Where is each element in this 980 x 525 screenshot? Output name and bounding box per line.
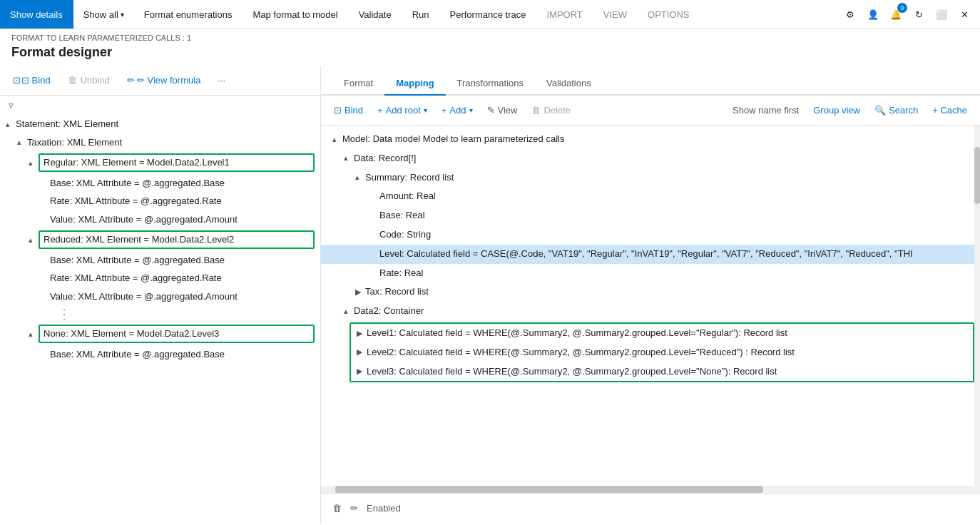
rt-add-button[interactable]: + Add ▾	[437, 103, 477, 118]
rtree-data[interactable]: ▴ Data: Record[!]	[321, 149, 980, 168]
rtree-rate[interactable]: Rate: Real	[321, 264, 980, 283]
nav-run[interactable]: Run	[402, 0, 440, 29]
bottom-edit-button[interactable]: ✏	[350, 503, 358, 514]
rtree-tax[interactable]: ▶ Tax: Record list	[321, 282, 980, 302]
nav-performance-trace[interactable]: Performance trace	[440, 0, 537, 29]
chevron-down-icon: ▾	[469, 106, 473, 114]
eye-icon: ✎	[487, 105, 495, 116]
tree-item-reduced-value[interactable]: Value: XML Attribute = @.aggregated.Amou…	[0, 287, 320, 306]
rt-group-view-button[interactable]: Group view	[809, 103, 864, 118]
unbind-button[interactable]: 🗑 Unbind	[63, 73, 114, 88]
refresh-icon[interactable]: ↻	[909, 4, 929, 24]
collapse-arrow-icon: ▴	[344, 152, 354, 165]
rtree-level[interactable]: Level: Calculated field = CASE(@.Code, "…	[321, 245, 980, 264]
plus-icon: +	[377, 105, 383, 116]
tree-item-none[interactable]: ▴ None: XML Element = Model.Data2.Level3	[0, 322, 320, 345]
rtree-summary[interactable]: ▴ Summary: Record list	[321, 168, 980, 188]
nav-validate[interactable]: Validate	[349, 0, 402, 29]
pencil-icon: ✏	[350, 503, 358, 514]
close-icon[interactable]: ✕	[954, 4, 974, 24]
rt-add-root-button[interactable]: + Add root ▾	[373, 103, 432, 118]
collapse-arrow-icon: ▴	[344, 305, 354, 318]
tree-item-regular-rate[interactable]: Rate: XML Attribute = @.aggregated.Rate	[0, 192, 320, 210]
tree-item-regular[interactable]: ▴ Regular: XML Element = Model.Data2.Lev…	[0, 151, 320, 174]
rt-bind-button[interactable]: ⊡ Bind	[330, 103, 367, 118]
scrollbar-thumb[interactable]	[974, 147, 980, 204]
expand-arrow-icon: ▶	[357, 327, 367, 340]
nav-options[interactable]: OPTIONS	[638, 0, 700, 29]
nav-show-details[interactable]: Show details	[0, 0, 73, 29]
trash-icon: 🗑	[332, 503, 342, 514]
rt-search-button[interactable]: 🔍 Search	[870, 103, 922, 118]
expand-arrow-icon: ▶	[357, 365, 367, 378]
bind-icon: ⊡	[13, 75, 21, 86]
nav-map-format-to-model[interactable]: Map format to model	[243, 0, 348, 29]
trash-icon: 🗑	[531, 105, 541, 116]
right-toolbar: ⊡ Bind + Add root ▾ + Add ▾ ✎ View 🗑 Del…	[321, 96, 980, 126]
tree-item-reduced[interactable]: ▴ Reduced: XML Element = Model.Data2.Lev…	[0, 228, 320, 251]
collapse-arrow-icon: ▴	[6, 118, 16, 131]
horizontal-scrollbar[interactable]	[321, 486, 980, 493]
user-icon[interactable]: 👤	[863, 4, 883, 24]
collapse-arrow-icon: ▴	[29, 328, 39, 340]
tree-item-reduced-rate[interactable]: Rate: XML Attribute = @.aggregated.Rate	[0, 269, 320, 287]
search-icon: 🔍	[874, 105, 886, 116]
left-panel: ⊡ ⊡ Bind 🗑 Unbind ✏ ✏ View formula ··· ▿	[0, 66, 321, 523]
rt-view-button[interactable]: ✎ View	[483, 103, 522, 118]
nav-view[interactable]: VIEW	[593, 0, 638, 29]
restore-icon[interactable]: ⬜	[931, 4, 951, 24]
bottom-bar: 🗑 ✏ Enabled	[321, 493, 980, 523]
nav-format-enumerations[interactable]: Format enumerations	[134, 0, 243, 29]
rt-show-name-first-button[interactable]: Show name first	[728, 103, 803, 118]
rtree-base[interactable]: Base: Real	[321, 206, 980, 225]
tab-mapping[interactable]: Mapping	[384, 72, 445, 96]
left-toolbar: ⊡ ⊡ Bind 🗑 Unbind ✏ ✏ View formula ···	[0, 66, 320, 96]
more-button[interactable]: ···	[213, 73, 230, 88]
tree-item-regular-base[interactable]: Base: XML Attribute = @.aggregated.Base	[0, 174, 320, 193]
collapse-arrow-icon: ▴	[29, 234, 39, 246]
notifications-icon[interactable]: 🔔 0	[886, 4, 906, 24]
rt-delete-button[interactable]: 🗑 Delete	[527, 103, 575, 118]
tabs-bar: Format Mapping Transformations Validatio…	[321, 66, 980, 96]
trash-icon: 🗑	[68, 75, 77, 86]
breadcrumb: FORMAT TO LEARN PARAMETERIZED CALLS : 1	[0, 29, 980, 44]
rtree-model[interactable]: ▴ Model: Data model Model to learn param…	[321, 130, 980, 149]
vertical-scrollbar[interactable]	[974, 126, 980, 486]
tree-item-reduced-base[interactable]: Base: XML Attribute = @.aggregated.Base	[0, 251, 320, 270]
right-tree: ▴ Model: Data model Model to learn param…	[321, 126, 980, 486]
green-box-levels: ▶ Level1: Calculated field = WHERE(@.Sum…	[349, 322, 974, 382]
right-panel: Format Mapping Transformations Validatio…	[321, 66, 980, 523]
tree-item-taxation[interactable]: ▴ Taxation: XML Element	[0, 133, 320, 152]
rtree-level2[interactable]: ▶ Level2: Calculated field = WHERE(@.Sum…	[351, 343, 973, 362]
rtree-data2[interactable]: ▴ Data2: Container	[321, 302, 980, 321]
tab-validations[interactable]: Validations	[535, 72, 603, 96]
rtree-level3[interactable]: ▶ Level3: Calculated field = WHERE(@.Sum…	[351, 362, 973, 382]
rtree-code[interactable]: Code: String	[321, 225, 980, 245]
collapse-arrow-icon: ▴	[332, 133, 342, 146]
tab-format[interactable]: Format	[332, 72, 384, 96]
tree-item-none-base[interactable]: Base: XML Attribute = @.aggregated.Base	[0, 345, 320, 364]
settings-icon[interactable]: ⚙	[840, 4, 860, 24]
left-tree: ▴ Statement: XML Element ▴ Taxation: XML…	[0, 111, 320, 523]
bind-icon: ⊡	[334, 105, 342, 116]
plus-icon: +	[441, 105, 447, 116]
expand-arrow-icon: ▶	[355, 286, 365, 299]
filter-icon: ▿	[9, 100, 14, 111]
h-scrollbar-thumb[interactable]	[335, 486, 763, 493]
tree-item-regular-value[interactable]: Value: XML Attribute = @.aggregated.Amou…	[0, 210, 320, 229]
bottom-delete-button[interactable]: 🗑	[332, 503, 342, 514]
collapse-arrow-icon: ▴	[17, 136, 27, 148]
tab-transformations[interactable]: Transformations	[446, 72, 535, 96]
nav-show-all[interactable]: Show all ▾	[73, 0, 134, 29]
rtree-amount[interactable]: Amount: Real	[321, 187, 980, 206]
rt-cache-button[interactable]: + Cache	[928, 103, 971, 118]
page-title: Format designer	[0, 44, 980, 66]
top-nav-icons: ⚙ 👤 🔔 0 ↻ ⬜ ✕	[834, 4, 980, 24]
pencil-icon: ✏	[127, 75, 135, 86]
rtree-level1[interactable]: ▶ Level1: Calculated field = WHERE(@.Sum…	[351, 324, 973, 343]
ellipsis-icon: ···	[218, 75, 225, 86]
bind-button[interactable]: ⊡ ⊡ Bind	[9, 73, 55, 88]
nav-import[interactable]: IMPORT	[536, 0, 593, 29]
tree-item-statement[interactable]: ▴ Statement: XML Element	[0, 115, 320, 133]
view-formula-button[interactable]: ✏ ✏ View formula	[123, 73, 205, 88]
